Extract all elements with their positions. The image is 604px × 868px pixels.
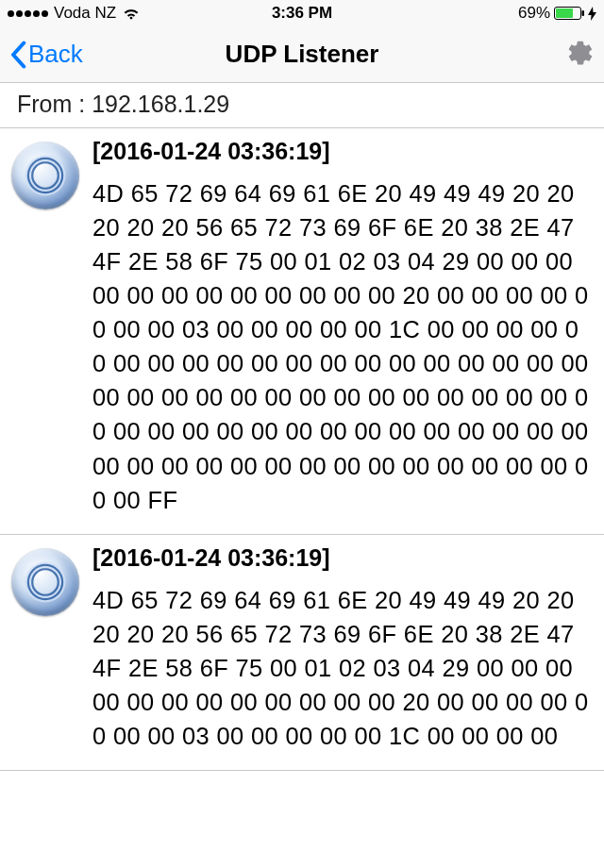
gear-icon <box>566 39 595 67</box>
svg-rect-2 <box>582 10 585 16</box>
page-title: UDP Listener <box>226 40 379 69</box>
signal-burst-icon <box>11 142 79 209</box>
signal-burst-icon <box>11 548 79 616</box>
wifi-icon <box>122 7 141 21</box>
svg-rect-1 <box>556 8 573 18</box>
packet-timestamp: [2016-01-24 03:36:19] <box>92 544 591 572</box>
section-from-header: From : 192.168.1.29 <box>0 83 604 128</box>
status-bar: Voda NZ 3:36 PM 69% <box>0 0 604 26</box>
signal-strength-icon <box>8 10 48 17</box>
list-item-body: [2016-01-24 03:36:19] 4D 65 72 69 64 69 … <box>92 138 591 517</box>
back-button[interactable]: Back <box>9 40 83 69</box>
packet-timestamp: [2016-01-24 03:36:19] <box>92 138 591 165</box>
carrier-label: Voda NZ <box>54 4 116 23</box>
status-left: Voda NZ <box>8 4 141 23</box>
back-label: Back <box>28 40 83 69</box>
status-right: 69% <box>518 4 596 23</box>
list-item[interactable]: [2016-01-24 03:36:19] 4D 65 72 69 64 69 … <box>0 535 604 771</box>
charging-icon <box>588 7 596 21</box>
battery-percent: 69% <box>518 4 550 23</box>
settings-button[interactable] <box>566 39 595 71</box>
status-time: 3:36 PM <box>272 4 332 23</box>
chevron-left-icon <box>9 41 26 69</box>
nav-bar: Back UDP Listener <box>0 26 604 83</box>
battery-icon <box>554 7 584 20</box>
packet-list[interactable]: [2016-01-24 03:36:19] 4D 65 72 69 64 69 … <box>0 128 604 771</box>
packet-hex: 4D 65 72 69 64 69 61 6E 20 49 49 49 20 2… <box>92 176 591 517</box>
list-item-body: [2016-01-24 03:36:19] 4D 65 72 69 64 69 … <box>92 544 591 753</box>
list-item[interactable]: [2016-01-24 03:36:19] 4D 65 72 69 64 69 … <box>0 128 604 535</box>
packet-hex: 4D 65 72 69 64 69 61 6E 20 49 49 49 20 2… <box>92 583 591 753</box>
